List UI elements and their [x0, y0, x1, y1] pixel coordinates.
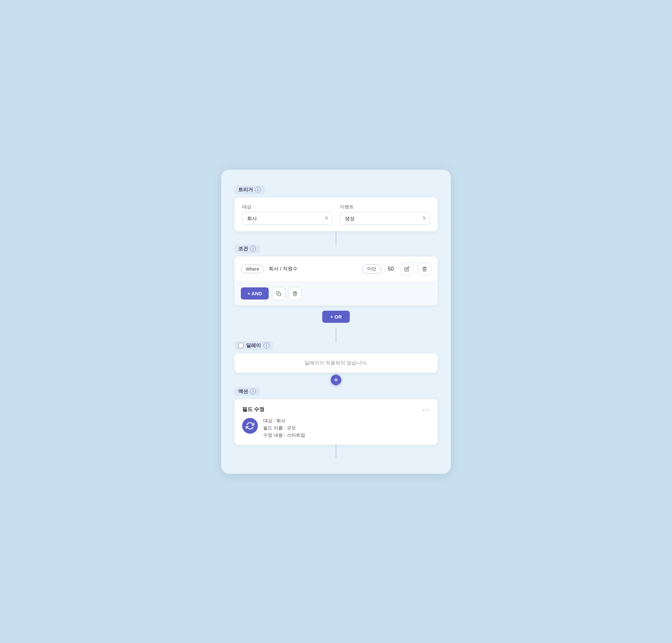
action-info-icon[interactable]: i [250, 388, 256, 394]
svg-rect-0 [278, 293, 281, 296]
action-detail-content: 수정 내용 : 스타트업 [263, 433, 305, 438]
action-label: 액션 i [234, 387, 260, 396]
target-select[interactable]: 회사 [242, 212, 332, 225]
v-line-1 [336, 231, 336, 244]
trash-icon [422, 266, 427, 272]
condition-section: 조건 i Where 회사 / 직원수 미만 50 [234, 244, 438, 328]
action-header: 필드 수정 ··· [242, 406, 430, 413]
trigger-info-icon[interactable]: i [255, 187, 261, 193]
delay-card: 딜레이가 적용되지 않습니다. [234, 353, 438, 373]
condition-actions: + AND [234, 282, 438, 305]
operator-badge: 미만 [362, 264, 381, 274]
connector-bottom [234, 445, 438, 458]
delay-info-icon[interactable]: i [263, 342, 269, 348]
target-select-wrapper: 회사 ⇅ [242, 212, 332, 225]
action-icon [242, 418, 258, 434]
condition-field: 회사 / 직원수 [269, 266, 358, 272]
action-card: 필드 수정 ··· 대상 : 회사 필드 이름 : 규모 수정 내용 : 스타트 [234, 399, 438, 445]
copy-condition-button[interactable] [272, 287, 285, 300]
no-delay-text: 딜레이가 적용되지 않습니다. [304, 360, 368, 365]
trash-group-icon [292, 291, 298, 296]
edit-condition-button[interactable] [400, 263, 413, 276]
and-button[interactable]: + AND [241, 287, 269, 300]
target-field-group: 대상 회사 ⇅ [242, 204, 332, 225]
event-select[interactable]: 생성 [340, 212, 430, 225]
action-body: 대상 : 회사 필드 이름 : 규모 수정 내용 : 스타트업 [242, 418, 430, 438]
delay-checkbox[interactable] [238, 343, 243, 348]
condition-card: Where 회사 / 직원수 미만 50 [234, 256, 438, 305]
event-select-wrapper: 생성 ⇅ [340, 212, 430, 225]
connector-trigger-condition [234, 231, 438, 244]
v-line-2 [336, 328, 336, 341]
action-title: 필드 수정 [242, 406, 264, 413]
delay-label-text: 딜레이 [246, 342, 261, 349]
condition-label: 조건 i [234, 244, 260, 253]
connector-condition-delay [234, 328, 438, 341]
condition-label-text: 조건 [238, 246, 248, 252]
or-button-wrapper: + OR [234, 305, 438, 328]
action-more-button[interactable]: ··· [422, 406, 430, 413]
more-icon: ··· [422, 406, 430, 413]
refresh-icon [246, 422, 254, 430]
delete-group-button[interactable] [288, 287, 302, 300]
action-label-text: 액션 [238, 388, 248, 395]
trigger-label-text: 트리거 [238, 187, 253, 193]
trigger-section: 트리거 i 대상 회사 ⇅ 이벤트 생성 ⇅ [234, 185, 438, 231]
v-line-4 [336, 445, 336, 458]
where-badge: Where [241, 265, 264, 273]
condition-info-icon[interactable]: i [250, 246, 256, 252]
delay-section: 딜레이 i 딜레이가 적용되지 않습니다. [234, 341, 438, 373]
main-container: 트리거 i 대상 회사 ⇅ 이벤트 생성 ⇅ [221, 170, 451, 474]
trigger-label: 트리거 i [234, 185, 265, 194]
event-label: 이벤트 [340, 204, 430, 210]
event-field-group: 이벤트 생성 ⇅ [340, 204, 430, 225]
plus-circle-wrapper [234, 373, 438, 387]
action-detail-target: 대상 : 회사 [263, 418, 305, 424]
edit-icon [404, 266, 409, 272]
action-section: 액션 i 필드 수정 ··· 대상 : 회사 [234, 387, 438, 445]
plus-icon [333, 377, 339, 383]
delete-condition-button[interactable] [418, 263, 431, 276]
action-detail-field: 필드 이름 : 규모 [263, 425, 305, 431]
action-details: 대상 : 회사 필드 이름 : 규모 수정 내용 : 스타트업 [263, 418, 305, 438]
delay-label: 딜레이 i [234, 341, 273, 350]
trigger-card: 대상 회사 ⇅ 이벤트 생성 ⇅ [234, 197, 438, 231]
add-action-button[interactable] [331, 375, 341, 385]
copy-icon [276, 291, 281, 296]
or-button[interactable]: + OR [322, 311, 349, 323]
target-label: 대상 [242, 204, 332, 210]
condition-value: 50 [386, 266, 396, 272]
condition-row: Where 회사 / 직원수 미만 50 [234, 256, 438, 282]
